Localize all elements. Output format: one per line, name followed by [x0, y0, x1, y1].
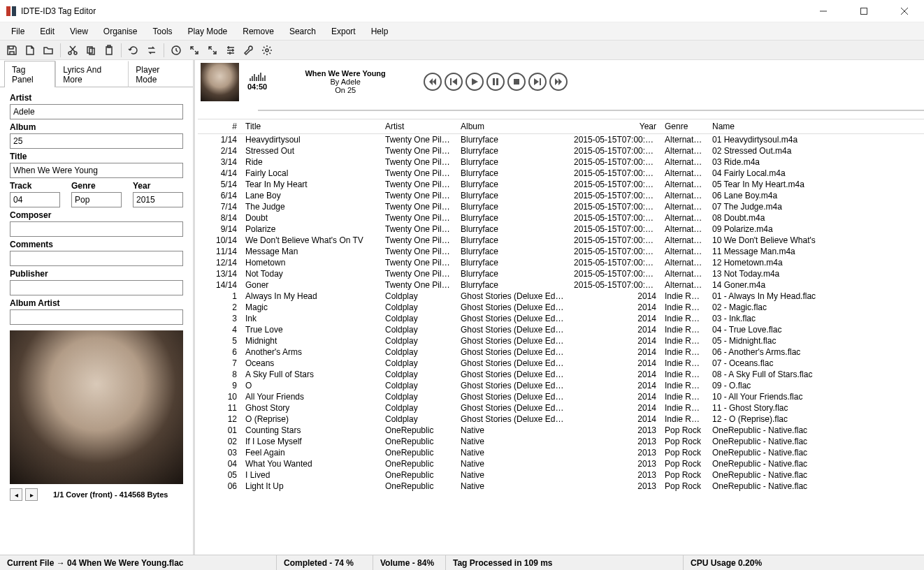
menu-view[interactable]: View — [63, 24, 95, 38]
close-button[interactable] — [890, 1, 918, 21]
table-row[interactable]: 11/14Message ManTwenty One PilotsBlurryf… — [198, 246, 924, 257]
table-row[interactable]: 1/14HeavydirtysoulTwenty One PilotsBlurr… — [198, 134, 924, 146]
menu-tools[interactable]: Tools — [146, 24, 180, 38]
tab-tag-panel[interactable]: Tag Panel — [4, 61, 55, 87]
input-album[interactable] — [10, 133, 183, 149]
cover-label: 1/1 Cover (front) - 414568 Bytes — [53, 490, 168, 499]
menu-search[interactable]: Search — [282, 24, 323, 38]
col-title[interactable]: Title — [241, 119, 381, 134]
wrench-icon[interactable] — [241, 43, 257, 58]
open-folder-icon[interactable] — [41, 43, 56, 58]
table-row[interactable]: 1Always In My HeadColdplayGhost Stories … — [198, 291, 924, 302]
table-row[interactable]: 03Feel AgainOneRepublicNative2013Pop Roc… — [198, 447, 924, 458]
horizontal-scrollbar[interactable] — [195, 543, 924, 555]
open-file-icon[interactable] — [22, 43, 38, 58]
seek-slider[interactable] — [258, 105, 924, 116]
col-genre[interactable]: Genre — [660, 119, 708, 134]
prev-button[interactable] — [445, 73, 463, 91]
cut-icon[interactable] — [65, 43, 80, 58]
menu-export[interactable]: Export — [324, 24, 363, 38]
table-row[interactable]: 06Light It UpOneRepublicNative2013Pop Ro… — [198, 481, 924, 492]
table-row[interactable]: 6/14Lane BoyTwenty One PilotsBlurryface2… — [198, 190, 924, 201]
col-album[interactable]: Album — [456, 119, 570, 134]
cover-prev-button[interactable]: ◂ — [10, 488, 22, 501]
cover-next-button[interactable]: ▸ — [25, 488, 38, 501]
status-cpu: CPU Usage 0.20% — [684, 555, 769, 570]
table-row[interactable]: 14/14GonerTwenty One PilotsBlurryface201… — [198, 279, 924, 291]
input-track[interactable] — [10, 192, 60, 207]
col-artist[interactable]: Artist — [381, 119, 456, 134]
input-albumartist[interactable] — [10, 309, 183, 325]
menu-edit[interactable]: Edit — [33, 24, 62, 38]
table-row[interactable]: 4/14Fairly LocalTwenty One PilotsBlurryf… — [198, 168, 924, 179]
collapse-icon[interactable] — [187, 43, 202, 58]
input-artist[interactable] — [10, 104, 183, 119]
refresh-icon[interactable] — [126, 43, 141, 58]
next-button[interactable] — [528, 73, 547, 91]
gear-icon[interactable] — [259, 43, 275, 58]
stop-button[interactable] — [507, 73, 526, 91]
table-row[interactable]: 9/14PolarizeTwenty One PilotsBlurryface2… — [198, 224, 924, 235]
table-row[interactable]: 01Counting StarsOneRepublicNative2013Pop… — [198, 425, 924, 436]
table-row[interactable]: 12/14HometownTwenty One PilotsBlurryface… — [198, 257, 924, 268]
input-comments[interactable] — [10, 251, 183, 266]
table-row[interactable]: 10All Your FriendsColdplayGhost Stories … — [198, 391, 924, 402]
album-art[interactable] — [10, 330, 183, 484]
table-row[interactable]: 10/14We Don't Believe What's On TVTwenty… — [198, 235, 924, 246]
paste-icon[interactable] — [101, 43, 117, 58]
play-button[interactable] — [465, 73, 484, 91]
expand-icon[interactable] — [205, 43, 220, 58]
table-row[interactable]: 12O (Reprise)ColdplayGhost Stories (Delu… — [198, 414, 924, 425]
table-row[interactable]: 8A Sky Full of StarsColdplayGhost Storie… — [198, 369, 924, 380]
input-publisher[interactable] — [10, 280, 183, 295]
menu-remove[interactable]: Remove — [236, 24, 281, 38]
table-row[interactable]: 8/14DoubtTwenty One PilotsBlurryface2015… — [198, 212, 924, 224]
track-table[interactable]: # Title Artist Album Year Genre Name 1/1… — [198, 119, 924, 492]
table-row[interactable]: 7/14The JudgeTwenty One PilotsBlurryface… — [198, 201, 924, 212]
menu-playmode[interactable]: Play Mode — [181, 24, 235, 38]
copy-icon[interactable] — [83, 43, 99, 58]
table-row[interactable]: 5MidnightColdplayGhost Stories (Deluxe E… — [198, 335, 924, 346]
table-row[interactable]: 11Ghost StoryColdplayGhost Stories (Delu… — [198, 402, 924, 414]
label-genre: Genre — [71, 181, 122, 191]
settings-icon[interactable] — [223, 43, 238, 58]
skip-back-button[interactable] — [424, 73, 442, 91]
table-row[interactable]: 13/14Not TodayTwenty One PilotsBlurryfac… — [198, 268, 924, 279]
input-title[interactable] — [10, 163, 183, 178]
skip-forward-button[interactable] — [549, 73, 568, 91]
minimize-button[interactable] — [809, 1, 837, 21]
lookup-icon[interactable] — [168, 43, 184, 58]
table-row[interactable]: 3InkColdplayGhost Stories (Deluxe Editio… — [198, 313, 924, 324]
save-icon[interactable] — [4, 43, 20, 58]
menubar: File Edit View Organise Tools Play Mode … — [0, 22, 924, 41]
table-row[interactable]: 02If I Lose MyselfOneRepublicNative2013P… — [198, 436, 924, 447]
table-row[interactable]: 3/14RideTwenty One PilotsBlurryface2015-… — [198, 156, 924, 168]
col-year[interactable]: Year — [570, 119, 660, 134]
input-year[interactable] — [133, 192, 183, 207]
input-genre[interactable] — [71, 192, 122, 207]
table-row[interactable]: 2MagicColdplayGhost Stories (Deluxe Edit… — [198, 302, 924, 313]
menu-file[interactable]: File — [4, 24, 31, 38]
table-row[interactable]: 04What You WantedOneRepublicNative2013Po… — [198, 458, 924, 469]
convert-icon[interactable] — [144, 43, 159, 58]
main-panel: 04:50 When We Were Young By Adele On 25 — [195, 60, 924, 555]
table-row[interactable]: 7OceansColdplayGhost Stories (Deluxe Edi… — [198, 358, 924, 369]
label-composer: Composer — [10, 210, 183, 220]
maximize-button[interactable] — [850, 1, 878, 21]
table-row[interactable]: 4True LoveColdplayGhost Stories (Deluxe … — [198, 324, 924, 335]
col-name[interactable]: Name — [708, 119, 924, 134]
table-row[interactable]: 2/14Stressed OutTwenty One PilotsBlurryf… — [198, 145, 924, 156]
col-num[interactable]: # — [198, 119, 241, 134]
now-title: When We Were Young — [275, 69, 415, 78]
tab-player[interactable]: Player Mode — [128, 61, 189, 87]
table-row[interactable]: 5/14Tear In My HeartTwenty One PilotsBlu… — [198, 179, 924, 190]
table-header-row[interactable]: # Title Artist Album Year Genre Name — [198, 119, 924, 134]
menu-organise[interactable]: Organise — [96, 24, 145, 38]
pause-button[interactable] — [486, 73, 505, 91]
table-row[interactable]: 05I LivedOneRepublicNative2013Pop RockOn… — [198, 469, 924, 481]
table-row[interactable]: 6Another's ArmsColdplayGhost Stories (De… — [198, 346, 924, 358]
table-row[interactable]: 9OColdplayGhost Stories (Deluxe Edition)… — [198, 380, 924, 391]
input-composer[interactable] — [10, 221, 183, 237]
tab-lyrics[interactable]: Lyrics And More — [55, 61, 128, 87]
menu-help[interactable]: Help — [364, 24, 396, 38]
